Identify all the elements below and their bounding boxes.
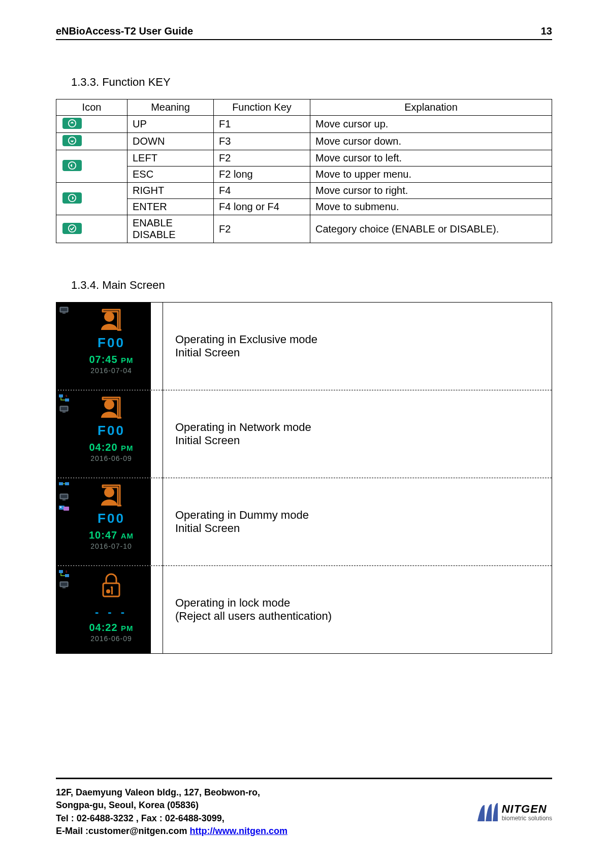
meaning-cell: RIGHT [127, 183, 214, 199]
page-header: eNBioAccess-T2 User Guide 13 [56, 25, 552, 40]
col-function-key: Function Key [214, 99, 310, 116]
table-row: ENTER F4 long or F4 Move to submenu. [56, 199, 552, 215]
explanation-cell: Move cursor down. [310, 133, 552, 150]
screen-main: F00 10:47 AM 2016-07-10 [72, 478, 151, 565]
screen-ampm: AM [121, 531, 134, 540]
key-cell: F3 [214, 133, 310, 150]
svg-text:S: S [66, 394, 68, 397]
footer-email: E-Mail :customer@nitgen.com [56, 826, 190, 836]
icon-cell [56, 183, 127, 215]
svg-rect-26 [65, 574, 69, 577]
key-cell: F2 [214, 215, 310, 243]
col-explanation: Explanation [310, 99, 552, 116]
key-cell: F4 [214, 183, 310, 199]
status-terminal-icon [58, 492, 70, 502]
svg-rect-6 [61, 308, 67, 311]
explanation-cell: Move cursor to left. [310, 150, 552, 166]
svg-rect-9 [59, 394, 63, 397]
status-network-icon: S [58, 569, 70, 578]
arrow-right-icon [62, 192, 82, 204]
svg-rect-22 [63, 507, 69, 511]
screenshot-cell: S - - - 04:22 PM 2016-06-09 [56, 566, 163, 654]
mode-code: F00 [98, 335, 125, 351]
svg-rect-25 [59, 570, 63, 573]
screen-date: 2016-06-09 [90, 454, 132, 462]
footer-divider [56, 778, 552, 779]
icon-cell [56, 116, 127, 133]
screen-main: - - - 04:22 PM 2016-06-09 [72, 566, 151, 653]
status-column [56, 303, 72, 390]
meaning-cell: ESC [127, 166, 214, 183]
key-cell: F2 [214, 150, 310, 166]
screenshot-cell: F00 07:45 PM 2016-07-04 [56, 303, 163, 390]
footer-address: 12F, Daemyung Valeon bldg., 127, Beobwon… [56, 786, 287, 838]
logo-mark-icon [475, 801, 499, 823]
icon-cell [56, 133, 127, 150]
svg-text:S: S [66, 570, 68, 573]
footer-url-link[interactable]: http://www.nitgen.com [190, 826, 287, 836]
meaning-cell: ENTER [127, 199, 214, 215]
mode-code: F00 [98, 423, 125, 439]
page-number: 13 [541, 25, 552, 37]
explanation-cell: Move cursor to right. [310, 183, 552, 199]
svg-rect-14 [62, 412, 66, 413]
footer-line: Tel : 02-6488-3232 , Fax : 02-6488-3099, [56, 812, 287, 825]
table-row: ESC F2 long Move to upper menu. [56, 166, 552, 183]
screen-time: 04:20 PM [89, 442, 133, 453]
status-terminal-icon [58, 580, 70, 589]
svg-rect-17 [65, 482, 69, 485]
status-card-icon [58, 504, 70, 513]
key-cell: F1 [214, 116, 310, 133]
table-row: RIGHT F4 Move cursor to right. [56, 183, 552, 199]
footer-line: Songpa-gu, Seoul, Korea (05836) [56, 799, 287, 812]
svg-rect-30 [62, 587, 66, 588]
page-footer: 12F, Daemyung Valeon bldg., 127, Beobwon… [56, 778, 552, 838]
logo-text: NITGEN [502, 803, 552, 816]
svg-rect-16 [59, 482, 63, 485]
explanation-cell: Category choice (ENABLE or DISABLE). [310, 215, 552, 243]
status-network-alt-icon [58, 481, 70, 490]
function-key-table: Icon Meaning Function Key Explanation UP… [56, 99, 552, 243]
status-network-icon: S [58, 393, 70, 403]
table-row: ENABLEDISABLE F2 Category choice (ENABLE… [56, 215, 552, 243]
table-row: DOWN F3 Move cursor down. [56, 133, 552, 150]
col-icon: Icon [56, 99, 127, 116]
screenshot-cell: S F00 04:20 PM 2016-06-09 [56, 390, 163, 478]
svg-point-32 [106, 589, 110, 593]
svg-point-34 [111, 586, 113, 588]
description-cell: Operating in Network modeInitial Screen [163, 390, 552, 478]
section-heading-function-key: 1.3.3. Function KEY [71, 76, 552, 89]
device-screen: S - - - 04:22 PM 2016-06-09 [56, 566, 151, 653]
mode-code: F00 [98, 511, 125, 526]
arrow-down-icon [62, 135, 82, 146]
meaning-cell: ENABLEDISABLE [127, 215, 214, 243]
meaning-cell: LEFT [127, 150, 214, 166]
svg-point-4 [69, 224, 76, 231]
screen-ampm: PM [121, 356, 134, 364]
screen-date: 2016-06-09 [90, 635, 132, 643]
status-terminal-icon [58, 405, 70, 414]
device-screen: F00 07:45 PM 2016-07-04 [56, 303, 151, 390]
status-column: S [56, 566, 72, 653]
svg-rect-13 [61, 407, 67, 410]
table-row: S - - - 04:22 PM 2016-06-09 Operating in… [56, 566, 552, 654]
document-title: eNBioAccess-T2 User Guide [56, 25, 193, 37]
explanation-cell: Move to upper menu. [310, 166, 552, 183]
explanation-cell: Move cursor up. [310, 116, 552, 133]
table-row: LEFT F2 Move cursor to left. [56, 150, 552, 166]
footer-line: 12F, Daemyung Valeon bldg., 127, Beobwon… [56, 786, 287, 799]
svg-rect-19 [61, 495, 67, 498]
status-column: S [56, 390, 72, 478]
person-icon [96, 306, 126, 334]
table-row: F00 07:45 PM 2016-07-04 Operating in Exc… [56, 303, 552, 390]
status-terminal-icon [58, 306, 70, 315]
logo-subtitle: biometric solutions [502, 815, 552, 822]
screen-ampm: PM [121, 624, 134, 632]
screenshot-cell: F00 10:47 AM 2016-07-10 [56, 478, 163, 566]
svg-rect-10 [65, 398, 69, 402]
col-meaning: Meaning [127, 99, 214, 116]
svg-rect-33 [111, 587, 113, 594]
meaning-cell: DOWN [127, 133, 214, 150]
device-screen: F00 10:47 AM 2016-07-10 [56, 478, 151, 565]
lock-dashes: - - - [95, 606, 127, 619]
